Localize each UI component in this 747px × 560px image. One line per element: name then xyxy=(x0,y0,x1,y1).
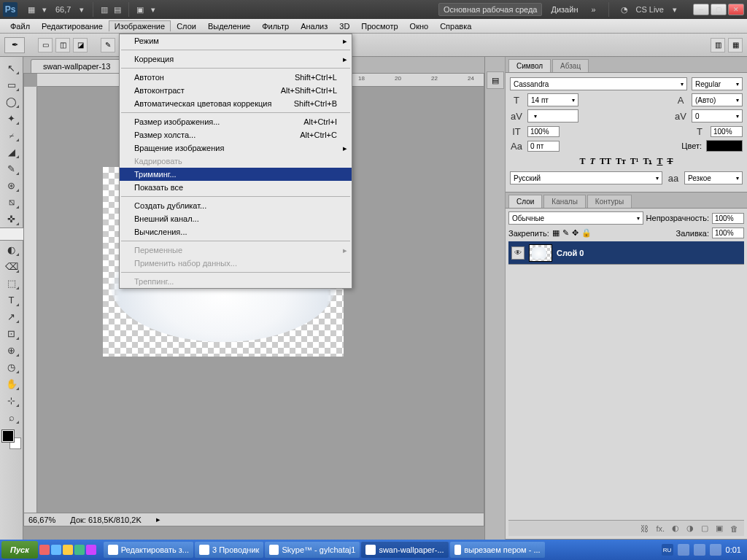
menu-выделение[interactable]: Выделение xyxy=(202,20,256,32)
opt-icon-2[interactable]: ◫ xyxy=(55,38,70,52)
menu-item[interactable]: АвтоконтрастAlt+Shift+Ctrl+L xyxy=(120,84,352,97)
tool-20[interactable]: ⊹ xyxy=(3,392,20,408)
menu-изображение[interactable]: Изображение xyxy=(109,20,171,31)
workspace-more-icon[interactable]: » xyxy=(587,3,600,16)
layer-thumbnail[interactable] xyxy=(529,244,552,262)
bold-button[interactable]: T xyxy=(580,156,586,167)
screen-mode-icon[interactable]: ▣ xyxy=(133,3,147,16)
taskbar-item[interactable]: 3 Проводник xyxy=(195,542,263,558)
collapsed-panel-icon[interactable]: ▤ xyxy=(487,71,504,89)
document-tab[interactable]: swan-wallpaper-13 xyxy=(31,59,123,73)
font-family-select[interactable]: Cassandra xyxy=(510,77,687,90)
tool-21[interactable]: ⌕ xyxy=(3,409,20,425)
trash-icon[interactable]: 🗑 xyxy=(730,524,738,533)
tool-17[interactable]: ⊕ xyxy=(3,342,20,358)
tool-15[interactable]: ↗ xyxy=(3,308,20,324)
italic-button[interactable]: T xyxy=(590,156,595,167)
menu-item[interactable]: Вращение изображения xyxy=(120,141,352,155)
menu-редактирование[interactable]: Редактирование xyxy=(36,20,109,32)
link-icon[interactable]: ⛓ xyxy=(640,524,649,533)
dropdown-icon[interactable]: ▾ xyxy=(38,3,51,16)
lock-transparent-icon[interactable]: ▦ xyxy=(552,228,560,238)
tool-12[interactable]: ⌫ xyxy=(3,258,20,274)
quicklaunch-4[interactable] xyxy=(74,545,85,555)
vscale-input[interactable] xyxy=(527,126,560,137)
visibility-icon[interactable]: 👁 xyxy=(511,246,525,260)
baseline-input[interactable] xyxy=(527,141,560,152)
tab-paragraph[interactable]: Абзац xyxy=(552,59,589,72)
taskbar-item[interactable]: Skype™ - gylchataj1 xyxy=(265,542,360,558)
fill-input[interactable] xyxy=(712,228,744,238)
tool-2[interactable]: ◯ xyxy=(3,93,20,109)
tool-6[interactable]: ✎ xyxy=(3,160,20,176)
fx-icon[interactable]: fx. xyxy=(656,524,665,533)
menu-справка[interactable]: Справка xyxy=(434,20,477,32)
new-layer-icon[interactable]: ▣ xyxy=(716,524,723,533)
tray-icon-2[interactable] xyxy=(694,544,705,556)
tool-14[interactable]: T xyxy=(3,292,20,308)
tab-symbol[interactable]: Символ xyxy=(508,59,551,72)
quicklaunch-2[interactable] xyxy=(51,545,61,555)
menu-item[interactable]: Размер холста...Alt+Ctrl+C xyxy=(120,128,352,141)
menu-item[interactable]: Коррекция xyxy=(120,52,352,66)
opt-arrange-2[interactable]: ▦ xyxy=(728,38,743,52)
layer-item[interactable]: 👁 Слой 0 xyxy=(508,241,744,265)
leading-select[interactable]: (Авто) xyxy=(692,93,743,106)
folder-icon[interactable]: ▢ xyxy=(701,524,708,533)
opt-icon-3[interactable]: ◪ xyxy=(73,38,88,52)
menu-фильтр[interactable]: Фильтр xyxy=(256,20,295,32)
clock[interactable]: 0:01 xyxy=(726,545,741,554)
quicklaunch-3[interactable] xyxy=(63,545,73,555)
tool-8[interactable]: ⧅ xyxy=(3,194,20,210)
tool-3[interactable]: ✦ xyxy=(3,110,20,126)
menu-item[interactable]: Внешний канал... xyxy=(120,212,352,225)
blend-mode-select[interactable]: Обычные xyxy=(508,211,643,225)
cslive-dropdown-icon[interactable]: ▾ xyxy=(668,3,681,16)
tool-4[interactable]: ⌿ xyxy=(3,127,20,143)
current-tool-icon[interactable]: ✒ xyxy=(4,37,25,53)
menu-item[interactable]: Показать все xyxy=(120,181,352,194)
menu-слои[interactable]: Слои xyxy=(171,20,202,32)
opt-icon-1[interactable]: ▭ xyxy=(38,38,53,52)
start-button[interactable]: Пуск xyxy=(1,541,38,559)
tray-icon-1[interactable] xyxy=(678,544,689,556)
subscript-button[interactable]: T₁ xyxy=(643,156,652,167)
view-icon-1[interactable]: ▥ xyxy=(98,3,111,16)
tool-9[interactable]: ✜ xyxy=(3,211,20,227)
quicklaunch-5[interactable] xyxy=(86,545,96,555)
tab-channels[interactable]: Каналы xyxy=(543,195,586,208)
tool-1[interactable]: ▭ xyxy=(3,77,20,93)
taskbar-item[interactable]: swan-wallpaper-... xyxy=(361,542,448,558)
cslive-icon[interactable]: ◔ xyxy=(618,3,631,16)
status-arrow-icon[interactable]: ▸ xyxy=(156,515,160,524)
mask-icon[interactable]: ◐ xyxy=(672,524,679,533)
language-select[interactable]: Русский xyxy=(510,171,662,184)
taskbar-item[interactable]: вырезаем пером - ... xyxy=(450,542,545,558)
bridge-icon[interactable]: ▦ xyxy=(25,3,38,16)
strike-button[interactable]: T xyxy=(667,156,673,167)
menu-item[interactable]: Создать дубликат... xyxy=(120,199,352,212)
layer-name[interactable]: Слой 0 xyxy=(557,249,584,257)
tray-icon-3[interactable] xyxy=(710,544,721,556)
tracking-select[interactable]: 0 xyxy=(692,109,743,122)
tab-paths[interactable]: Контуры xyxy=(587,195,632,208)
opt-arrange-1[interactable]: ▥ xyxy=(711,38,725,52)
menu-анализ[interactable]: Анализ xyxy=(295,20,333,32)
menu-item[interactable]: Режим xyxy=(120,34,352,47)
view-icon-2[interactable]: ▤ xyxy=(111,3,124,16)
font-size-select[interactable]: 14 пт xyxy=(527,93,578,106)
taskbar-item[interactable]: Редактировать з... xyxy=(104,542,193,558)
tray-lang[interactable]: RU xyxy=(662,544,673,556)
screen-dropdown-icon[interactable]: ▾ xyxy=(147,3,160,16)
menu-item[interactable]: Вычисления... xyxy=(120,225,352,238)
zoom-dropdown-icon[interactable]: ▾ xyxy=(75,3,88,16)
tab-layers[interactable]: Слои xyxy=(508,195,542,208)
tool-7[interactable]: ⊛ xyxy=(3,177,20,193)
status-zoom[interactable]: 66,67% xyxy=(28,516,55,524)
font-style-select[interactable]: Regular xyxy=(692,77,743,90)
close-button[interactable]: ✕ xyxy=(728,4,744,15)
hscale-input[interactable] xyxy=(711,126,743,137)
lock-paint-icon[interactable]: ✎ xyxy=(562,228,569,238)
minimize-button[interactable]: ─ xyxy=(693,4,709,15)
menu-3d[interactable]: 3D xyxy=(333,20,355,32)
